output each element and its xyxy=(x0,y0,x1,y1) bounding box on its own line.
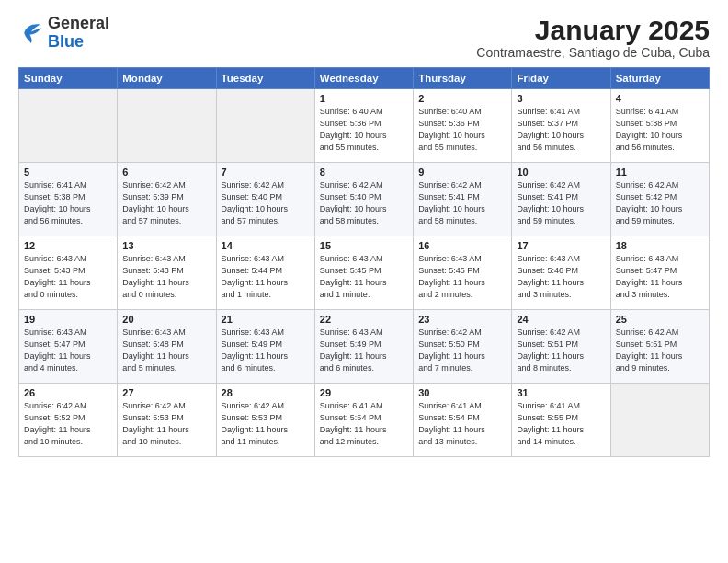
calendar-cell: 22Sunrise: 6:43 AMSunset: 5:49 PMDayligh… xyxy=(314,310,413,384)
calendar-cell: 26Sunrise: 6:42 AMSunset: 5:52 PMDayligh… xyxy=(19,384,118,457)
col-friday: Friday xyxy=(512,68,610,89)
calendar-cell: 14Sunrise: 6:43 AMSunset: 5:44 PMDayligh… xyxy=(216,236,314,310)
title-block: January 2025 Contramaestre, Santiago de … xyxy=(476,15,710,60)
day-info: Sunrise: 6:42 AMSunset: 5:41 PMDaylight:… xyxy=(418,179,506,227)
day-info: Sunrise: 6:43 AMSunset: 5:44 PMDaylight:… xyxy=(222,253,310,301)
col-thursday: Thursday xyxy=(414,68,512,89)
day-info: Sunrise: 6:41 AMSunset: 5:38 PMDaylight:… xyxy=(616,106,704,154)
calendar-cell: 6Sunrise: 6:42 AMSunset: 5:39 PMDaylight… xyxy=(118,163,216,236)
calendar-cell: 25Sunrise: 6:42 AMSunset: 5:51 PMDayligh… xyxy=(610,310,709,384)
calendar-week-4: 19Sunrise: 6:43 AMSunset: 5:47 PMDayligh… xyxy=(19,310,710,384)
day-info: Sunrise: 6:42 AMSunset: 5:42 PMDaylight:… xyxy=(616,179,704,227)
calendar-cell: 8Sunrise: 6:42 AMSunset: 5:40 PMDaylight… xyxy=(314,163,413,236)
day-number: 24 xyxy=(517,314,605,325)
day-number: 22 xyxy=(320,314,408,325)
calendar-week-2: 5Sunrise: 6:41 AMSunset: 5:38 PMDaylight… xyxy=(19,163,710,236)
calendar-week-3: 12Sunrise: 6:43 AMSunset: 5:43 PMDayligh… xyxy=(19,236,710,310)
day-info: Sunrise: 6:41 AMSunset: 5:54 PMDaylight:… xyxy=(418,400,506,448)
header-row: Sunday Monday Tuesday Wednesday Thursday… xyxy=(19,68,710,89)
day-info: Sunrise: 6:43 AMSunset: 5:45 PMDaylight:… xyxy=(320,253,408,301)
day-number: 28 xyxy=(222,387,310,398)
col-saturday: Saturday xyxy=(610,68,709,89)
day-info: Sunrise: 6:42 AMSunset: 5:39 PMDaylight:… xyxy=(122,179,210,227)
calendar-cell xyxy=(216,89,314,163)
calendar-cell: 20Sunrise: 6:43 AMSunset: 5:48 PMDayligh… xyxy=(118,310,216,384)
day-info: Sunrise: 6:42 AMSunset: 5:51 PMDaylight:… xyxy=(517,327,605,374)
day-info: Sunrise: 6:42 AMSunset: 5:41 PMDaylight:… xyxy=(517,179,605,227)
calendar-cell: 7Sunrise: 6:42 AMSunset: 5:40 PMDaylight… xyxy=(216,163,314,236)
day-number: 10 xyxy=(517,167,605,178)
day-number: 15 xyxy=(320,240,408,251)
calendar-cell: 21Sunrise: 6:43 AMSunset: 5:49 PMDayligh… xyxy=(216,310,314,384)
day-number: 14 xyxy=(222,240,310,251)
day-number: 29 xyxy=(320,387,408,398)
col-sunday: Sunday xyxy=(19,68,118,89)
day-info: Sunrise: 6:43 AMSunset: 5:43 PMDaylight:… xyxy=(122,253,210,301)
logo-bird-icon xyxy=(18,20,44,46)
calendar-cell: 18Sunrise: 6:43 AMSunset: 5:47 PMDayligh… xyxy=(610,236,709,310)
calendar-cell: 27Sunrise: 6:42 AMSunset: 5:53 PMDayligh… xyxy=(118,384,216,457)
calendar-cell xyxy=(118,89,216,163)
day-number: 2 xyxy=(418,93,506,104)
calendar-cell: 19Sunrise: 6:43 AMSunset: 5:47 PMDayligh… xyxy=(19,310,118,384)
col-tuesday: Tuesday xyxy=(216,68,314,89)
day-info: Sunrise: 6:43 AMSunset: 5:49 PMDaylight:… xyxy=(222,327,310,374)
logo-blue: Blue xyxy=(48,33,109,52)
col-monday: Monday xyxy=(118,68,216,89)
calendar-table: Sunday Monday Tuesday Wednesday Thursday… xyxy=(18,67,710,457)
day-number: 19 xyxy=(24,314,112,325)
day-info: Sunrise: 6:42 AMSunset: 5:50 PMDaylight:… xyxy=(418,327,506,374)
calendar-cell: 30Sunrise: 6:41 AMSunset: 5:54 PMDayligh… xyxy=(414,384,512,457)
day-number: 8 xyxy=(320,167,408,178)
day-info: Sunrise: 6:43 AMSunset: 5:47 PMDaylight:… xyxy=(616,253,704,301)
day-info: Sunrise: 6:42 AMSunset: 5:40 PMDaylight:… xyxy=(222,179,310,227)
day-info: Sunrise: 6:42 AMSunset: 5:40 PMDaylight:… xyxy=(320,179,408,227)
calendar-cell: 15Sunrise: 6:43 AMSunset: 5:45 PMDayligh… xyxy=(314,236,413,310)
day-info: Sunrise: 6:41 AMSunset: 5:38 PMDaylight:… xyxy=(24,179,112,227)
day-number: 17 xyxy=(517,240,605,251)
day-number: 30 xyxy=(418,387,506,398)
day-number: 7 xyxy=(222,167,310,178)
calendar-cell: 12Sunrise: 6:43 AMSunset: 5:43 PMDayligh… xyxy=(19,236,118,310)
day-number: 12 xyxy=(24,240,112,251)
day-number: 1 xyxy=(320,93,408,104)
calendar-cell: 11Sunrise: 6:42 AMSunset: 5:42 PMDayligh… xyxy=(610,163,709,236)
day-info: Sunrise: 6:43 AMSunset: 5:48 PMDaylight:… xyxy=(122,327,210,374)
calendar-cell: 29Sunrise: 6:41 AMSunset: 5:54 PMDayligh… xyxy=(314,384,413,457)
calendar-cell: 5Sunrise: 6:41 AMSunset: 5:38 PMDaylight… xyxy=(19,163,118,236)
calendar-subtitle: Contramaestre, Santiago de Cuba, Cuba xyxy=(476,45,710,60)
calendar-cell: 31Sunrise: 6:41 AMSunset: 5:55 PMDayligh… xyxy=(512,384,610,457)
day-number: 16 xyxy=(418,240,506,251)
calendar-cell: 1Sunrise: 6:40 AMSunset: 5:36 PMDaylight… xyxy=(314,89,413,163)
calendar-week-1: 1Sunrise: 6:40 AMSunset: 5:36 PMDaylight… xyxy=(19,89,710,163)
day-info: Sunrise: 6:40 AMSunset: 5:36 PMDaylight:… xyxy=(320,106,408,154)
day-number: 13 xyxy=(122,240,210,251)
day-number: 18 xyxy=(616,240,704,251)
header: General Blue January 2025 Contramaestre,… xyxy=(18,15,710,60)
day-number: 4 xyxy=(616,93,704,104)
day-info: Sunrise: 6:43 AMSunset: 5:47 PMDaylight:… xyxy=(24,327,112,374)
day-number: 11 xyxy=(616,167,704,178)
day-number: 25 xyxy=(616,314,704,325)
calendar-cell: 13Sunrise: 6:43 AMSunset: 5:43 PMDayligh… xyxy=(118,236,216,310)
day-number: 20 xyxy=(122,314,210,325)
day-number: 21 xyxy=(222,314,310,325)
day-number: 5 xyxy=(24,167,112,178)
day-info: Sunrise: 6:41 AMSunset: 5:54 PMDaylight:… xyxy=(320,400,408,448)
page: General Blue January 2025 Contramaestre,… xyxy=(0,0,728,563)
calendar-cell: 16Sunrise: 6:43 AMSunset: 5:45 PMDayligh… xyxy=(414,236,512,310)
day-info: Sunrise: 6:42 AMSunset: 5:51 PMDaylight:… xyxy=(616,327,704,374)
col-wednesday: Wednesday xyxy=(314,68,413,89)
calendar-cell xyxy=(19,89,118,163)
day-info: Sunrise: 6:42 AMSunset: 5:52 PMDaylight:… xyxy=(24,400,112,448)
logo: General Blue xyxy=(18,15,109,52)
logo-general: General xyxy=(48,15,109,33)
day-number: 3 xyxy=(517,93,605,104)
day-info: Sunrise: 6:40 AMSunset: 5:36 PMDaylight:… xyxy=(418,106,506,154)
day-number: 26 xyxy=(24,387,112,398)
day-info: Sunrise: 6:43 AMSunset: 5:49 PMDaylight:… xyxy=(320,327,408,374)
calendar-cell: 2Sunrise: 6:40 AMSunset: 5:36 PMDaylight… xyxy=(414,89,512,163)
calendar-week-5: 26Sunrise: 6:42 AMSunset: 5:52 PMDayligh… xyxy=(19,384,710,457)
calendar-cell: 23Sunrise: 6:42 AMSunset: 5:50 PMDayligh… xyxy=(414,310,512,384)
calendar-cell: 9Sunrise: 6:42 AMSunset: 5:41 PMDaylight… xyxy=(414,163,512,236)
